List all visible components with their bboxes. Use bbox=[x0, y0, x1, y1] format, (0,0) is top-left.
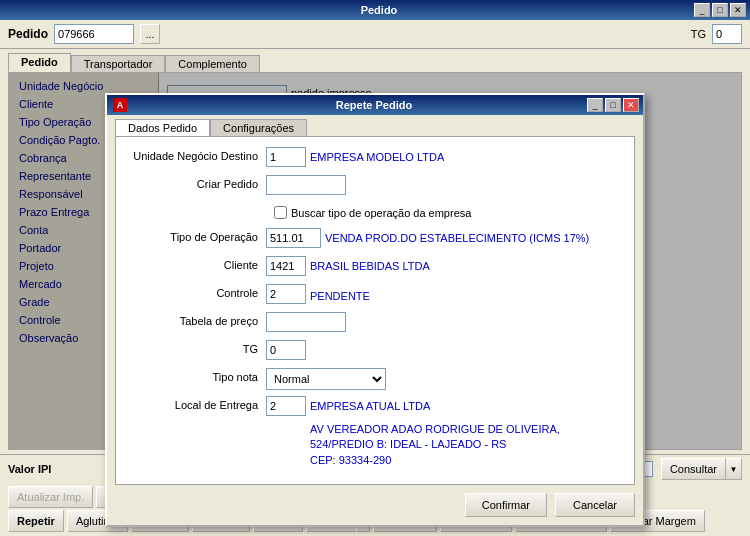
tipo-operacao-label: Tipo de Operação bbox=[126, 228, 266, 243]
buscar-tipo-checkbox[interactable] bbox=[274, 206, 287, 219]
modal-maximize-button[interactable]: □ bbox=[605, 98, 621, 112]
tabela-preco-row: Tabela de preço bbox=[126, 312, 624, 334]
controle-control: PENDENTE bbox=[266, 284, 624, 304]
cancelar-button[interactable]: Cancelar bbox=[555, 493, 635, 517]
local-entrega-num-input[interactable] bbox=[266, 396, 306, 416]
unidade-negocio-num-input[interactable] bbox=[266, 147, 306, 167]
criar-pedido-input[interactable] bbox=[266, 175, 346, 195]
cliente-control: BRASIL BEBIDAS LTDA bbox=[266, 256, 624, 276]
tipo-nota-select[interactable]: Normal Fiscal Complementar bbox=[266, 368, 386, 390]
tg-row: TG bbox=[126, 340, 624, 362]
controle-row: Controle PENDENTE bbox=[126, 284, 624, 306]
close-button[interactable]: ✕ bbox=[730, 3, 746, 17]
tipo-operacao-control: VENDA PROD.DO ESTABELECIMENTO (ICMS 17%) bbox=[266, 228, 624, 248]
content-area: Unidade Negócio Cliente Tipo Operação Co… bbox=[8, 72, 742, 450]
modal-title: Repete Pedido bbox=[161, 99, 587, 111]
tabela-preco-input[interactable] bbox=[266, 312, 346, 332]
main-window-title: Pedido bbox=[64, 4, 694, 16]
modal-overlay: A Repete Pedido _ □ ✕ Dados Pedido Confi… bbox=[9, 73, 741, 449]
checkbox-row: Buscar tipo de operação da empresa bbox=[126, 203, 624, 222]
tipo-nota-label: Tipo nota bbox=[126, 368, 266, 383]
tg-area: TG bbox=[691, 24, 742, 44]
buscar-tipo-checkbox-area: Buscar tipo de operação da empresa bbox=[274, 203, 471, 222]
modal-tabs: Dados Pedido Configurações bbox=[107, 115, 643, 136]
tipo-operacao-row: Tipo de Operação VENDA PROD.DO ESTABELEC… bbox=[126, 228, 624, 250]
modal-content: Unidade Negócio Destino EMPRESA MODELO L… bbox=[115, 136, 635, 485]
cliente-label: Cliente bbox=[126, 256, 266, 271]
tipo-nota-control: Normal Fiscal Complementar bbox=[266, 368, 624, 390]
modal-footer: Confirmar Cancelar bbox=[107, 485, 643, 525]
atualizar-imp-button[interactable]: Atualizar Imp. bbox=[8, 486, 93, 508]
local-entrega-row: Local de Entrega EMPRESA ATUAL LTDA AV V… bbox=[126, 396, 624, 468]
modal-minimize-button[interactable]: _ bbox=[587, 98, 603, 112]
tabela-preco-label: Tabela de preço bbox=[126, 312, 266, 327]
modal-close-button[interactable]: ✕ bbox=[623, 98, 639, 112]
tipo-operacao-name: VENDA PROD.DO ESTABELECIMENTO (ICMS 17%) bbox=[325, 232, 589, 244]
local-entrega-address: AV VEREADOR ADAO RODRIGUE DE OLIVEIRA, 5… bbox=[266, 422, 624, 468]
valor-ipi-label: Valor IPI bbox=[8, 463, 51, 475]
cliente-row: Cliente BRASIL BEBIDAS LTDA bbox=[126, 256, 624, 278]
controle-num-input[interactable] bbox=[266, 284, 306, 304]
local-entrega-name: EMPRESA ATUAL LTDA bbox=[310, 400, 430, 412]
maximize-button[interactable]: □ bbox=[712, 3, 728, 17]
tg-input[interactable] bbox=[712, 24, 742, 44]
main-tabs: Pedido Transportador Complemento bbox=[0, 49, 750, 72]
modal-app-icon: A bbox=[113, 98, 127, 112]
modal-tab-configuracoes[interactable]: Configurações bbox=[210, 119, 307, 136]
window-controls: _ □ ✕ bbox=[694, 3, 746, 17]
cliente-name: BRASIL BEBIDAS LTDA bbox=[310, 260, 430, 272]
main-title-bar: Pedido _ □ ✕ bbox=[0, 0, 750, 20]
tipo-nota-row: Tipo nota Normal Fiscal Complementar bbox=[126, 368, 624, 390]
tg-form-input[interactable] bbox=[266, 340, 306, 360]
unidade-negocio-label: Unidade Negócio Destino bbox=[126, 147, 266, 162]
repete-pedido-modal: A Repete Pedido _ □ ✕ Dados Pedido Confi… bbox=[105, 93, 645, 527]
local-entrega-label: Local de Entrega bbox=[126, 396, 266, 411]
cliente-num-input[interactable] bbox=[266, 256, 306, 276]
controle-label: Controle bbox=[126, 284, 266, 299]
tabela-preco-control bbox=[266, 312, 624, 332]
confirmar-button[interactable]: Confirmar bbox=[465, 493, 547, 517]
toolbar: Pedido ... TG bbox=[0, 20, 750, 49]
buscar-tipo-label: Buscar tipo de operação da empresa bbox=[291, 207, 471, 219]
pedido-input[interactable] bbox=[54, 24, 134, 44]
unidade-negocio-name: EMPRESA MODELO LTDA bbox=[310, 151, 444, 163]
criar-pedido-label: Criar Pedido bbox=[126, 175, 266, 190]
tg-label: TG bbox=[691, 28, 706, 40]
tab-transportador[interactable]: Transportador bbox=[71, 55, 166, 72]
criar-pedido-row: Criar Pedido bbox=[126, 175, 624, 197]
minimize-button[interactable]: _ bbox=[694, 3, 710, 17]
modal-controls: _ □ ✕ bbox=[587, 98, 639, 112]
controle-name: PENDENTE bbox=[310, 287, 370, 302]
tg-form-control bbox=[266, 340, 624, 360]
pedido-dots-button[interactable]: ... bbox=[140, 24, 160, 44]
tab-pedido[interactable]: Pedido bbox=[8, 53, 71, 72]
repetir-button[interactable]: Repetir bbox=[8, 510, 64, 532]
consultar-arrow-button[interactable]: ▼ bbox=[726, 458, 742, 480]
tg-form-label: TG bbox=[126, 340, 266, 355]
consultar-main-button[interactable]: Consultar bbox=[661, 458, 726, 480]
criar-pedido-control bbox=[266, 175, 624, 195]
tipo-operacao-num-input[interactable] bbox=[266, 228, 321, 248]
pedido-label: Pedido bbox=[8, 27, 48, 41]
unidade-negocio-row: Unidade Negócio Destino EMPRESA MODELO L… bbox=[126, 147, 624, 169]
main-window: Pedido ... TG Pedido Transportador Compl… bbox=[0, 20, 750, 536]
modal-title-bar: A Repete Pedido _ □ ✕ bbox=[107, 95, 643, 115]
local-entrega-control: EMPRESA ATUAL LTDA AV VEREADOR ADAO RODR… bbox=[266, 396, 624, 468]
tab-complemento[interactable]: Complemento bbox=[165, 55, 259, 72]
modal-tab-dados-pedido[interactable]: Dados Pedido bbox=[115, 119, 210, 136]
unidade-negocio-control: EMPRESA MODELO LTDA bbox=[266, 147, 624, 167]
